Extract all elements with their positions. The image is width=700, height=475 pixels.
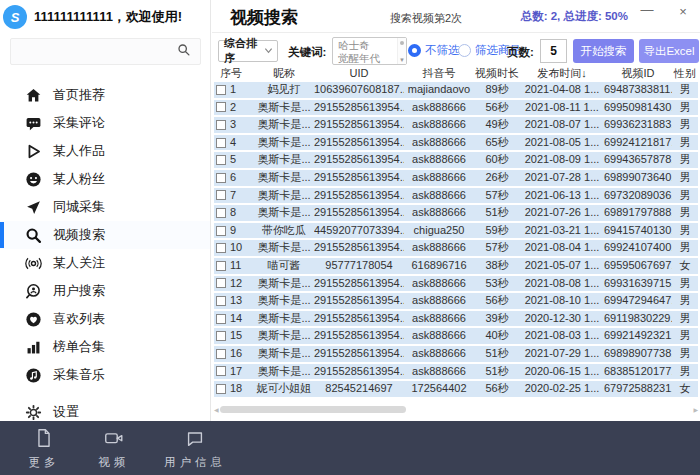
col-header[interactable]: 昵称 [254, 66, 314, 81]
sidebar-item-10[interactable]: 榜单合集 [0, 333, 210, 361]
export-excel-button[interactable]: 导出Excel [639, 39, 699, 63]
col-header[interactable]: UID [314, 67, 404, 79]
cell-gender: 男 [672, 328, 698, 344]
row-index: 1 [230, 82, 236, 98]
row-checkbox[interactable] [216, 261, 226, 271]
close-button[interactable]: × [674, 4, 692, 19]
table-row[interactable]: 11喵可酱9577717805461689671638秒2021-05-07 1… [214, 258, 698, 274]
sidebar-item-8[interactable]: 用户搜索 [0, 277, 210, 305]
table-row[interactable]: 14奥斯卡是...29155285613954...ask88866639秒20… [214, 311, 698, 327]
row-checkbox[interactable] [216, 331, 226, 341]
cell-video-id: 69899073640... [604, 170, 672, 186]
scroll-right-icon[interactable]: ▶ [693, 406, 698, 413]
table-row[interactable]: 18妮可小姐姐8254521469717256440256秒2020-02-25… [214, 381, 698, 397]
row-index: 16 [230, 346, 242, 362]
sidebar-item-4[interactable]: 某人粉丝 [0, 165, 210, 193]
row-checkbox[interactable] [216, 349, 226, 359]
table-header-row: 序号昵称UID抖音号视频时长发布时间↓视频ID性别 [214, 64, 698, 82]
table-row[interactable]: 10奥斯卡是...29155285613954...ask88866657秒20… [214, 240, 698, 256]
col-header[interactable]: 视频时长 [474, 66, 520, 81]
cell-gender: 男 [672, 293, 698, 309]
bottom-toolbar: 更多视频用户信息 [0, 421, 700, 475]
row-checkbox[interactable] [216, 85, 226, 95]
start-search-button[interactable]: 开始搜索 [573, 39, 634, 63]
col-header[interactable]: 抖音号 [404, 66, 474, 81]
row-checkbox[interactable] [216, 226, 226, 236]
table-row[interactable]: 15奥斯卡是...29155285613954...ask88866640秒20… [214, 328, 698, 344]
col-header[interactable]: 序号 [214, 66, 254, 81]
minimize-button[interactable]: — [638, 2, 656, 17]
bottombar-item-2[interactable]: 视频 [94, 427, 134, 470]
sidebar-item-5[interactable]: 同城采集 [0, 193, 210, 221]
sidebar-search-input[interactable] [10, 38, 201, 65]
table-row[interactable]: 16奥斯卡是...29155285613954...ask88866651秒20… [214, 346, 698, 362]
bottombar-item-3[interactable]: 用户信息 [164, 427, 226, 470]
row-checkbox[interactable] [216, 102, 226, 112]
cell-gender: 女 [672, 258, 698, 274]
cell-index: 17 [214, 364, 254, 380]
table-row[interactable]: 6奥斯卡是...29155285613954...ask88866626秒202… [214, 170, 698, 186]
row-checkbox[interactable] [216, 278, 226, 288]
bottombar-item-label: 视频 [99, 455, 130, 470]
sort-select[interactable]: 综合排序 [218, 40, 278, 62]
table-row[interactable]: 1妈见打10639607608187...majiandaovo89秒2021-… [214, 82, 698, 98]
cell-douyin-id: ask888666 [404, 188, 474, 204]
row-checkbox[interactable] [216, 296, 226, 306]
cell-publish-time: 2021-08-11 1... [520, 100, 604, 116]
cell-douyin-id: 616896716 [404, 258, 474, 274]
row-checkbox[interactable] [216, 173, 226, 183]
col-header[interactable]: 发布时间↓ [520, 66, 604, 81]
table-row[interactable]: 17奥斯卡是...29155285613954...ask88866651秒20… [214, 364, 698, 380]
horizontal-scrollbar[interactable]: ◀ ▶ [212, 404, 700, 416]
row-index: 6 [230, 170, 236, 186]
radio-no-filter[interactable]: 不筛选 [408, 43, 460, 58]
table-row[interactable]: 2奥斯卡是...29155285613954...ask88866656秒202… [214, 100, 698, 116]
sidebar-item-1[interactable]: 首页推荐 [0, 81, 210, 109]
cell-publish-time: 2021-08-08 1... [520, 276, 604, 292]
row-checkbox[interactable] [216, 366, 226, 376]
keywords-scrollbar[interactable]: ▼ [397, 38, 406, 64]
table-row[interactable]: 4奥斯卡是...29155285613954...ask88866665秒202… [214, 135, 698, 151]
table-row[interactable]: 7奥斯卡是...29155285613954...ask88866657秒202… [214, 188, 698, 204]
cell-index: 14 [214, 311, 254, 327]
row-checkbox[interactable] [216, 208, 226, 218]
sidebar-item-2[interactable]: 采集评论 [0, 109, 210, 137]
sidebar-item-6[interactable]: 视频搜索 [0, 221, 210, 249]
cell-douyin-id: ask888666 [404, 311, 474, 327]
sidebar-item-3[interactable]: 某人作品 [0, 137, 210, 165]
cell-nickname: 奥斯卡是... [254, 276, 314, 292]
bottombar-item-1[interactable]: 更多 [24, 427, 64, 470]
cell-nickname: 奥斯卡是... [254, 100, 314, 116]
cell-nickname: 奥斯卡是... [254, 117, 314, 133]
chat-icon [184, 427, 206, 453]
table-row[interactable]: 12奥斯卡是...29155285613954...ask88866653秒20… [214, 276, 698, 292]
row-checkbox[interactable] [216, 155, 226, 165]
scroll-thumb [400, 41, 404, 45]
sidebar-item-7[interactable]: 某人关注 [0, 249, 210, 277]
keywords-input[interactable]: 哈士奇 觉醒年代 ▼ [332, 37, 407, 65]
sidebar-item-11[interactable]: 采集音乐 [0, 361, 210, 389]
row-checkbox[interactable] [216, 243, 226, 253]
table-row[interactable]: 13奥斯卡是...29155285613954...ask88866656秒20… [214, 293, 698, 309]
table-row[interactable]: 8奥斯卡是...29155285613954...ask88866651秒202… [214, 205, 698, 221]
sidebar-item-label: 用户搜索 [53, 282, 105, 300]
scroll-left-icon[interactable]: ◀ [214, 406, 219, 413]
pages-input[interactable]: 5 [540, 39, 567, 63]
row-checkbox[interactable] [216, 314, 226, 324]
table-row[interactable]: 9带你吃瓜44592077073394...chigua25059秒2021-0… [214, 223, 698, 239]
scrollbar-thumb[interactable] [220, 406, 406, 413]
row-checkbox[interactable] [216, 120, 226, 130]
row-checkbox[interactable] [216, 190, 226, 200]
row-checkbox[interactable] [216, 138, 226, 148]
table-row[interactable]: 5奥斯卡是...29155285613954...ask88866660秒202… [214, 152, 698, 168]
search-status-text: 搜索视频第2次 [390, 11, 462, 26]
sidebar-item-9[interactable]: 喜欢列表 [0, 305, 210, 333]
row-index: 4 [230, 135, 236, 151]
table-row[interactable]: 3奥斯卡是...29155285613954...ask88866649秒202… [214, 117, 698, 133]
cell-uid: 10639607608187... [314, 82, 404, 98]
cell-uid: 29155285613954... [314, 170, 404, 186]
col-header[interactable]: 视频ID [604, 66, 672, 81]
row-checkbox[interactable] [216, 384, 226, 394]
col-header[interactable]: 性别 [672, 66, 698, 81]
cell-video-id: 69921492321... [604, 328, 672, 344]
